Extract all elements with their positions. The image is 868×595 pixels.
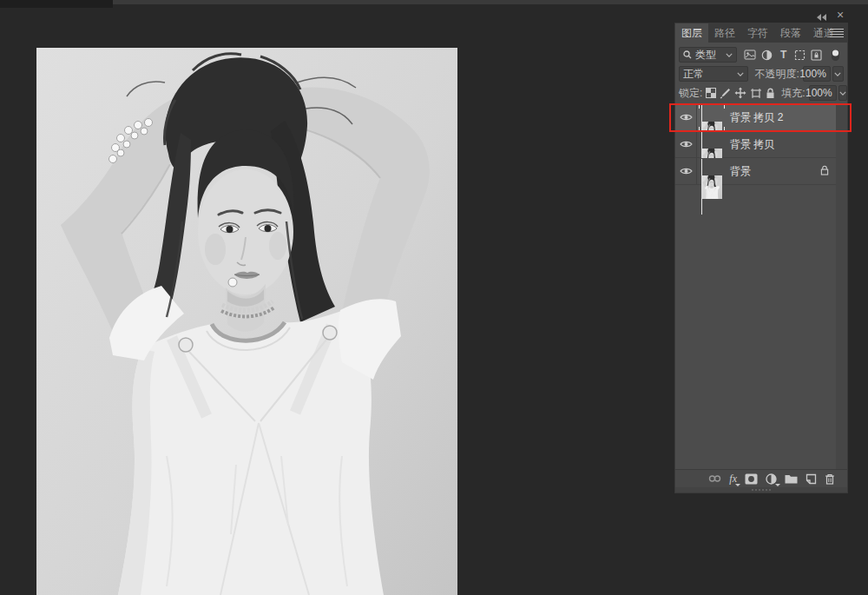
filter-kind-select[interactable]: 类型	[679, 47, 737, 63]
adjustment-layer-icon[interactable]	[766, 472, 777, 486]
new-layer-icon[interactable]	[806, 472, 817, 486]
collapse-panels-icon[interactable]	[817, 12, 832, 23]
visibility-toggle[interactable]	[675, 131, 697, 157]
toolbar-remnant	[0, 0, 113, 8]
document-image[interactable]	[36, 48, 457, 595]
layers-list: 背景 拷贝 2 背景 拷贝 背景	[675, 103, 847, 469]
options-bar-remnant	[0, 0, 868, 4]
pixel-layer-filter-icon[interactable]	[743, 48, 757, 62]
panel-menu-icon[interactable]	[830, 27, 844, 39]
lock-all-icon[interactable]	[766, 86, 775, 100]
tab-character[interactable]: 字符	[741, 23, 774, 43]
lock-transparency-icon[interactable]	[706, 86, 716, 100]
new-group-icon[interactable]	[785, 472, 798, 486]
chevron-down-icon	[726, 53, 733, 57]
filter-row: 类型 T	[679, 47, 844, 63]
layer-row-background[interactable]: 背景	[675, 158, 836, 185]
layer-thumbnail[interactable]	[701, 159, 722, 215]
lock-label: 锁定:	[679, 86, 702, 101]
lock-position-icon[interactable]	[734, 86, 746, 100]
smart-object-filter-icon[interactable]	[810, 48, 824, 62]
chevron-down-icon	[839, 91, 846, 96]
opacity-value[interactable]: 100%	[803, 66, 831, 82]
tab-layers[interactable]: 图层	[675, 23, 708, 43]
layers-scrollbar[interactable]	[836, 104, 847, 469]
chevron-down-icon	[834, 72, 841, 76]
layer-name[interactable]: 背景 拷贝	[730, 137, 836, 152]
layer-name[interactable]: 背景	[730, 164, 820, 179]
type-layer-filter-icon[interactable]: T	[777, 48, 791, 62]
fill-label: 填充:	[781, 86, 805, 101]
eye-icon	[680, 167, 693, 175]
tab-paths[interactable]: 路径	[708, 23, 741, 43]
chevron-down-icon	[737, 72, 744, 76]
layer-mask-icon[interactable]	[745, 472, 758, 486]
lock-row: 锁定: 填充: 100%	[679, 85, 844, 101]
eye-icon	[680, 113, 693, 122]
photoshop-window: × 图层 路径 字符 段落 通道 类型 T 正常	[0, 0, 868, 595]
blend-mode-row: 正常 不透明度: 100%	[679, 66, 844, 82]
blend-mode-value: 正常	[683, 67, 737, 82]
blend-mode-select[interactable]: 正常	[679, 66, 748, 82]
layer-style-icon[interactable]: fx	[729, 472, 737, 486]
layers-footer-toolbar: fx	[675, 469, 847, 487]
layer-row-background-copy[interactable]: 背景 拷贝	[675, 131, 836, 158]
visibility-toggle[interactable]	[675, 104, 697, 130]
filter-kind-label: 类型	[695, 48, 726, 63]
locked-layer-icon	[820, 163, 829, 179]
panel-tab-bar: 图层 路径 字符 段落 通道	[675, 23, 847, 43]
eye-icon	[680, 140, 693, 149]
filter-toggle-icon[interactable]	[828, 48, 842, 62]
visibility-toggle[interactable]	[675, 158, 697, 184]
search-icon	[683, 50, 692, 59]
layers-panel: 图层 路径 字符 段落 通道 类型 T 正常 不透明度:	[675, 23, 847, 493]
layer-row-background-copy-2[interactable]: 背景 拷贝 2	[675, 104, 836, 131]
fill-value[interactable]: 100%	[809, 85, 837, 101]
opacity-label: 不透明度:	[754, 67, 799, 82]
panel-bottom-bar	[675, 487, 847, 493]
fill-chevron-button[interactable]	[838, 85, 847, 101]
close-panel-icon[interactable]: ×	[833, 8, 847, 22]
portrait-photo	[36, 48, 457, 595]
panel-resize-grip[interactable]	[752, 489, 771, 491]
shape-layer-filter-icon[interactable]	[793, 48, 807, 62]
lock-artboard-icon[interactable]	[750, 86, 762, 100]
lock-pixels-icon[interactable]	[720, 86, 731, 100]
layer-name[interactable]: 背景 拷贝 2	[730, 110, 836, 125]
delete-layer-icon[interactable]	[825, 472, 835, 486]
adjustment-layer-filter-icon[interactable]	[760, 48, 773, 62]
link-layers-icon[interactable]	[708, 472, 721, 486]
tab-paragraph[interactable]: 段落	[774, 23, 807, 43]
opacity-chevron-button[interactable]	[832, 66, 844, 82]
